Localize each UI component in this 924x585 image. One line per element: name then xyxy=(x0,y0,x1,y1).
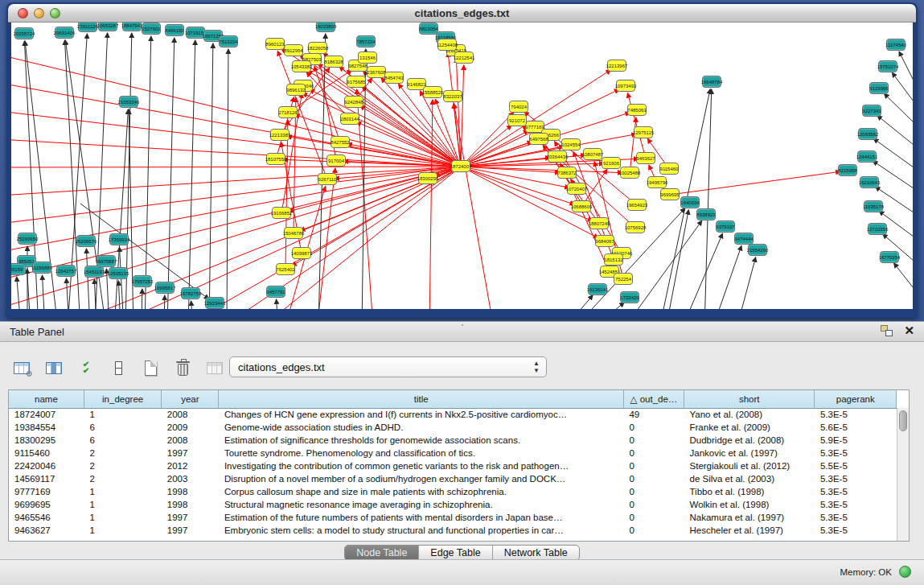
graph-node[interactable]: 8215958 xyxy=(838,164,857,176)
graph-node[interactable]: 11156889 xyxy=(32,262,51,274)
graph-node[interactable]: 9227343 xyxy=(862,105,881,117)
cell-short[interactable]: de Silva et al. (2003) xyxy=(684,472,815,485)
graph-node[interactable]: 8960123 xyxy=(265,38,285,50)
graph-node[interactable]: 9267110 xyxy=(318,173,337,185)
cell-short[interactable]: Yano et al. (2008) xyxy=(684,408,815,421)
graph-node[interactable]: 7386372 xyxy=(557,167,577,179)
graph-node[interactable]: 21554260 xyxy=(748,244,767,256)
column-header-title[interactable]: title xyxy=(219,390,624,408)
tab-network-table[interactable]: Network Table xyxy=(493,546,579,560)
graph-node[interactable]: 23911126 xyxy=(78,23,97,32)
network-canvas[interactable]: 2035572420691406239111261065328718847941… xyxy=(11,23,913,309)
graph-node[interactable]: 12444151 xyxy=(857,150,877,163)
cell-name[interactable]: 19384554 xyxy=(9,421,84,434)
graph-node[interactable]: 921072 xyxy=(507,114,527,126)
cell-in_degree[interactable]: 2 xyxy=(84,472,161,485)
cell-short[interactable]: Dudbridge et al. (2008) xyxy=(684,434,815,447)
graph-node[interactable]: 25260650 xyxy=(18,233,37,245)
cell-out_degree[interactable]: 0 xyxy=(623,498,684,511)
cell-title[interactable]: Tourette syndrome. Phenomenology and cla… xyxy=(219,447,624,459)
tab-edge-table[interactable]: Edge Table xyxy=(419,546,492,560)
graph-node[interactable]: 19654923 xyxy=(627,199,647,211)
graph-node[interactable]: 8186328 xyxy=(324,56,343,68)
graph-node[interactable]: 16033809 xyxy=(316,23,335,32)
graph-node[interactable]: 9457791 xyxy=(266,286,285,298)
graph-node[interactable]: 10025488 xyxy=(620,167,639,179)
graph-node[interactable]: 15046786 xyxy=(284,227,303,239)
graph-node[interactable]: 8322037 xyxy=(443,90,462,102)
graph-node[interactable]: 10543382 xyxy=(292,60,311,72)
graph-node[interactable]: 16782759 xyxy=(181,287,200,299)
cell-year[interactable]: 1998 xyxy=(162,485,219,498)
cell-name[interactable]: 18300295 xyxy=(9,434,84,447)
graph-node[interactable]: 9242848 xyxy=(344,96,363,108)
cell-name[interactable]: 14569117 xyxy=(9,472,84,485)
graph-node[interactable]: 1733426 xyxy=(620,291,639,303)
cell-title[interactable]: Disruption of a novel member of a sodium… xyxy=(219,472,624,485)
cell-title[interactable]: Investigating the contribution of common… xyxy=(219,459,624,472)
column-header-out_de[interactable]: △ out_de… xyxy=(623,390,684,408)
graph-node[interactable]: 11174540 xyxy=(886,39,906,51)
cell-name[interactable]: 9463627 xyxy=(9,524,84,537)
table-scrollbar[interactable] xyxy=(897,408,909,541)
graph-node[interactable]: 16648784 xyxy=(702,76,721,88)
graph-node[interactable]: 7625402 xyxy=(276,263,295,275)
cell-name[interactable]: 9777169 xyxy=(9,485,84,498)
cell-year[interactable]: 2008 xyxy=(162,408,219,421)
graph-node[interactable]: 20691406 xyxy=(55,27,74,39)
cell-title[interactable]: Embryonic stem cells: a model to study s… xyxy=(219,524,624,537)
cell-name[interactable]: 9115460 xyxy=(9,447,84,459)
graph-node[interactable]: 39159 xyxy=(11,263,26,275)
graph-node[interactable]: 19166852 xyxy=(272,207,291,219)
graph-node[interactable]: 9463627 xyxy=(636,152,655,164)
cell-pagerank[interactable]: 5.3E-5 xyxy=(815,408,897,421)
table-row[interactable]: 1872400712008Changes of HCN gene express… xyxy=(9,408,897,421)
column-header-name[interactable]: name xyxy=(9,390,84,408)
graph-node[interactable]: 752254 xyxy=(614,273,633,285)
graph-node[interactable]: 10973493 xyxy=(616,80,635,92)
cell-pagerank[interactable]: 5.3E-5 xyxy=(815,472,897,485)
cell-out_degree[interactable]: 0 xyxy=(623,524,684,537)
cell-year[interactable]: 1997 xyxy=(162,524,219,537)
cell-out_degree[interactable]: 49 xyxy=(623,408,684,421)
split-pane-handle[interactable] xyxy=(458,323,466,327)
cell-short[interactable]: Nakamura et al. (1997) xyxy=(684,511,815,524)
graph-node[interactable]: 18807249 xyxy=(589,217,609,229)
graph-node[interactable]: 12975115 xyxy=(634,126,653,138)
graph-node[interactable]: 10756928 xyxy=(626,221,645,233)
network-window[interactable]: citations_edges.txt 20355724206914062391… xyxy=(6,2,918,318)
cell-in_degree[interactable]: 1 xyxy=(84,408,161,421)
cell-name[interactable]: 22420046 xyxy=(9,459,84,472)
cell-title[interactable]: Changes of HCN gene expression and I(f) … xyxy=(219,408,624,421)
graph-node[interactable]: 15588520 xyxy=(423,86,442,98)
column-header-pagerank[interactable]: pagerank xyxy=(815,390,897,408)
graph-node[interactable]: 12942757 xyxy=(56,265,76,277)
cell-out_degree[interactable]: 0 xyxy=(623,472,684,485)
graph-node[interactable]: 12923446 xyxy=(205,297,224,309)
cell-year[interactable]: 1997 xyxy=(162,447,219,459)
cell-out_degree[interactable]: 0 xyxy=(623,459,684,472)
graph-node[interactable]: 18107550 xyxy=(266,153,285,165)
graph-node[interactable]: 9129966 xyxy=(869,82,889,94)
graph-node[interactable]: 14099871 xyxy=(292,247,311,259)
new-table-icon[interactable] xyxy=(140,358,161,377)
graph-node[interactable]: 18300295 xyxy=(418,172,437,184)
table-settings-icon[interactable]: ⚙ xyxy=(11,358,32,377)
cell-pagerank[interactable]: 5.3E-5 xyxy=(815,498,897,511)
graph-node[interactable]: 1640934 xyxy=(680,196,700,208)
cell-title[interactable]: Genome-wide association studies in ADHD. xyxy=(219,421,624,434)
cell-in_degree[interactable]: 6 xyxy=(84,434,161,447)
graph-node[interactable]: 9896132 xyxy=(286,84,306,96)
graph-node[interactable]: 8938923 xyxy=(696,208,716,220)
graph-node[interactable]: 10688609 xyxy=(572,200,591,212)
cell-out_degree[interactable]: 0 xyxy=(623,434,684,447)
graph-node[interactable]: 11035178 xyxy=(864,200,883,212)
cell-in_degree[interactable]: 1 xyxy=(84,485,161,498)
graph-node[interactable]: 8454743 xyxy=(384,72,404,84)
graph-node[interactable]: 7485063 xyxy=(627,104,647,116)
graph-node[interactable]: 9474444 xyxy=(734,233,754,245)
delete-table-icon[interactable] xyxy=(172,358,193,377)
table-row[interactable]: 946362711997Embryonic stem cells: a mode… xyxy=(9,524,897,537)
cell-title[interactable]: Estimation of significance thresholds fo… xyxy=(219,434,624,447)
table-selector-dropdown[interactable]: citations_edges.txt ▲▼ xyxy=(229,356,547,377)
